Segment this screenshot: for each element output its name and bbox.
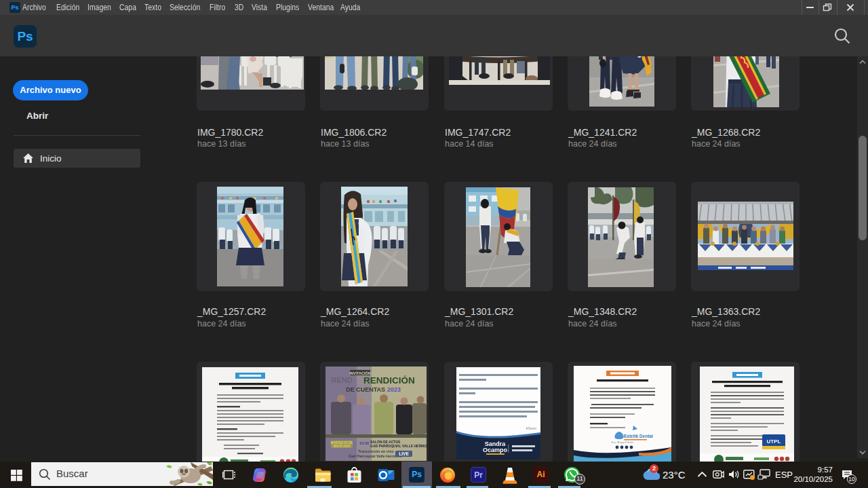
svg-text:SALÓN DE ACTOS: SALÓN DE ACTOS bbox=[370, 439, 401, 444]
svg-text:15:00: 15:00 bbox=[359, 441, 369, 445]
svg-text:GAD PARROQUIAL VALLE HERMOSO: GAD PARROQUIAL VALLE HERMOSO bbox=[370, 444, 427, 448]
svg-text:LIVE: LIVE bbox=[399, 451, 409, 456]
svg-text:Gad Parroquial Valle Hermoso: Gad Parroquial Valle Hermoso bbox=[349, 454, 403, 458]
svg-text:RENDICIÓN: RENDICIÓN bbox=[363, 375, 415, 386]
svg-text:Estetik Dental: Estetik Dental bbox=[624, 434, 653, 438]
svg-text:#Sesio: #Sesio bbox=[526, 426, 537, 430]
svg-text:Ocampo: Ocampo bbox=[483, 447, 508, 453]
svg-text:MAYO 2024: MAYO 2024 bbox=[334, 445, 351, 448]
svg-text:INVITACIÓN: INVITACIÓN bbox=[349, 371, 370, 375]
svg-text:2023: 2023 bbox=[387, 386, 401, 393]
svg-text:Dra. Mayra Pinzón: Dra. Mayra Pinzón bbox=[611, 440, 633, 444]
svg-text:REND: REND bbox=[331, 376, 352, 384]
svg-text:UTPL: UTPL bbox=[767, 438, 781, 445]
svg-text:Transmisión en vivo: Transmisión en vivo bbox=[358, 449, 395, 453]
svg-text:DE CUENTAS: DE CUENTAS bbox=[346, 386, 385, 393]
